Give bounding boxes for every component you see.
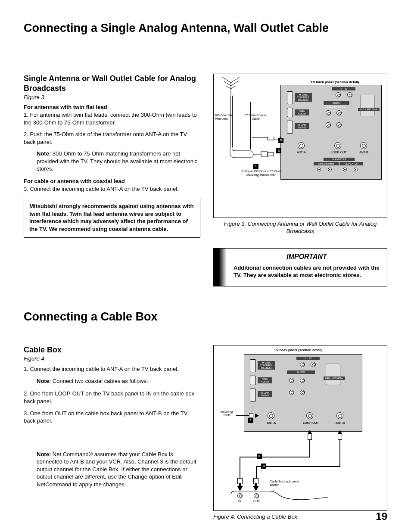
s2-note2: Note: Net Command® assumes that your Cab… <box>37 451 200 488</box>
vga-audio-label: VGA AUDIO <box>295 109 309 115</box>
arrow-lo <box>308 430 312 434</box>
mlink2-label4: M-LINK DV/HD <box>258 391 272 397</box>
audio-strip4: AUDIO <box>287 370 315 374</box>
arrow-ab <box>338 430 342 434</box>
section-2-text: Cable Box Figure 4 1. Connect the incomi… <box>24 345 200 521</box>
loop4 <box>306 412 313 419</box>
ant-b-port <box>360 142 367 149</box>
important-body: Additional connection cables are not pro… <box>234 264 380 279</box>
audio-l <box>336 110 342 115</box>
cablebox-label: Cable Box back panel section <box>270 480 304 487</box>
s2-note1: Note: Connect two coaxial cables as foll… <box>37 377 200 385</box>
netcmd-label: NetCommand <box>314 162 339 165</box>
mlink-conn2 <box>287 121 293 134</box>
in-plug <box>249 413 253 417</box>
section-1-figure-col: TV back panel (section detail) Y W M-LIN… <box>213 74 387 286</box>
mlink1-4 <box>250 359 256 372</box>
ant-b-label4: ANT-B <box>336 421 345 425</box>
mlink2-label: M-LINK DV/HD <box>295 123 309 129</box>
svg-line-6 <box>231 86 236 89</box>
ant-b4 <box>336 412 343 419</box>
svg-line-1 <box>222 77 231 83</box>
incoming-label: Incoming Cable <box>218 410 235 417</box>
in-arrow <box>255 414 259 418</box>
s1-step3: 3. Connect the incoming cable to ANT-A o… <box>24 185 200 193</box>
yw-strip4: Y W <box>296 357 320 360</box>
section-2-title: Connecting a Cable Box <box>24 310 387 324</box>
wire-ab-v <box>339 440 340 467</box>
vga-res4: 640 x 480 60Hz <box>324 376 345 380</box>
nc2 <box>328 168 332 171</box>
note-label3: Note: <box>37 451 51 457</box>
twinlead-wire1 <box>230 96 230 147</box>
svg-marker-10 <box>253 483 259 491</box>
wire-lo-v <box>309 440 310 457</box>
arrow-out-down <box>252 483 260 491</box>
iremitter-label: IR EMITTER <box>324 158 355 161</box>
al4 <box>300 378 305 383</box>
badge3-f4: 3 <box>261 464 266 469</box>
section-2-figure-col: TV back panel (section detail) Y W M-LIN… <box>213 345 387 521</box>
twinlead-label: 300 Ohm Flat Twin Lead <box>215 114 235 120</box>
in-label: IN <box>238 500 241 503</box>
s1-note1: Note: 300-Ohm to 75-Ohm matching transfo… <box>37 150 200 173</box>
wire2-v <box>240 457 240 478</box>
yw-strip: Y W <box>332 87 355 90</box>
cablebox-out <box>254 493 259 498</box>
page-title: Connecting a Single Analog Antenna, Wall… <box>24 22 387 35</box>
important-title: IMPORTANT <box>234 253 380 261</box>
mlink2-4 <box>250 389 256 401</box>
wire3-v <box>256 466 257 478</box>
figure-3: TV back panel (section detail) Y W M-LIN… <box>213 74 387 218</box>
twinlead-wire2 <box>232 96 233 147</box>
nc1 <box>317 168 321 171</box>
vga-audio-conn <box>287 108 293 117</box>
py4 <box>300 362 305 367</box>
panel-label: TV back panel (section detail) <box>311 80 359 84</box>
section-1-row: Single Antenna or Wall Outlet Cable for … <box>24 74 387 286</box>
sub1: For antennas with twin flat lead <box>24 104 200 110</box>
transformer-label: Optional 300 Ohm to 75 Ohm Matching Tran… <box>237 170 285 176</box>
ant-a-port <box>298 142 305 149</box>
coax-label: 75 Ohm Coaxial Cable <box>244 114 268 120</box>
badge1-f4: 1 <box>248 418 253 423</box>
vga4 <box>326 364 340 385</box>
note-label: Note: <box>37 150 51 157</box>
section1-heading: Single Antenna or Wall Outlet Cable for … <box>24 74 200 93</box>
note1-text: 300-Ohm to 75-Ohm matching transformers … <box>37 150 197 172</box>
ant-a4 <box>268 412 274 419</box>
wire3-h <box>256 466 340 467</box>
al4b <box>300 390 305 395</box>
port-y <box>336 92 341 97</box>
ant-a-label: ANT-A <box>297 151 306 154</box>
panel-label-4: TV back panel (section detail) <box>274 348 322 352</box>
mlink1-label4: M-LINK CONTROL RS-232C <box>258 361 275 370</box>
audio-r2 <box>326 122 331 128</box>
port-w <box>347 92 352 97</box>
ar4b <box>289 390 294 395</box>
audio-strip: AUDIO <box>324 101 349 105</box>
plug-ab <box>338 434 342 440</box>
important-bar <box>214 249 227 286</box>
pw4 <box>311 362 316 367</box>
w-label: W <box>345 87 347 90</box>
loop-out-port <box>334 142 341 149</box>
svg-line-2 <box>231 77 240 83</box>
note-label2: Note: <box>37 378 51 384</box>
y-label: Y <box>340 87 342 90</box>
audio-l2 <box>336 122 342 128</box>
arrow-in-down <box>236 483 244 491</box>
section1-figref: Figure 3 <box>24 94 200 100</box>
s2-heading: Cable Box <box>24 345 200 355</box>
loop-label4: LOOP-OUT <box>303 421 319 425</box>
plug-lo <box>308 434 312 440</box>
mlink-conn1 <box>287 91 293 104</box>
vga-audio4 <box>250 376 256 385</box>
badge-2: 2 <box>276 148 281 153</box>
cable-box-outline <box>229 491 328 508</box>
svg-marker-9 <box>237 483 243 491</box>
s2-note1-text: Connect two coaxial cables as follows: <box>51 378 148 384</box>
important-box: IMPORTANT Additional connection cables a… <box>213 248 387 286</box>
section-2-row: Cable Box Figure 4 1. Connect the incomi… <box>24 345 387 521</box>
rp1 <box>343 168 347 171</box>
